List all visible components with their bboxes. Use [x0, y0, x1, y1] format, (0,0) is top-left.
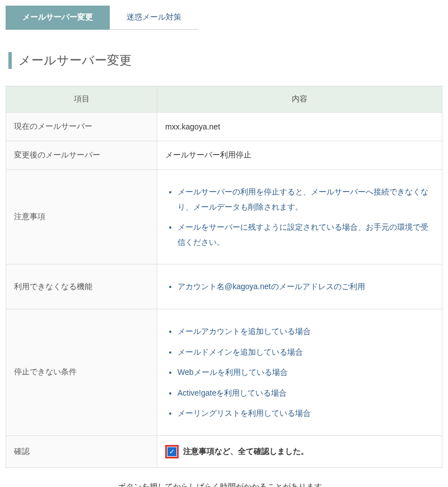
- tab-mail-server-change[interactable]: メールサーバー変更: [6, 6, 110, 30]
- table-row: 利用できなくなる機能 アカウント名@kagoya.netのメールアドレスのご利用: [6, 265, 442, 309]
- page-title: メールサーバー変更: [18, 52, 442, 69]
- row-label-disabled-features: 利用できなくなる機能: [6, 265, 157, 309]
- list-item: メールサーバーの利用を停止すると、メールサーバーへ接続できなくなり、メールデータ…: [178, 184, 434, 214]
- disabled-features-list: アカウント名@kagoya.netのメールアドレスのご利用: [165, 279, 434, 294]
- tabs: メールサーバー変更 迷惑メール対策: [6, 6, 442, 30]
- list-item: メールドメインを追加している場合: [178, 345, 434, 360]
- row-label-after-server: 変更後のメールサーバー: [6, 141, 157, 170]
- confirm-checkbox[interactable]: ✓: [167, 447, 176, 456]
- list-item: メーリングリストを利用している場合: [178, 406, 434, 421]
- cannot-stop-list: メールアカウントを追加している場合メールドメインを追加している場合Webメールを…: [165, 324, 434, 421]
- table-row: 停止できない条件 メールアカウントを追加している場合メールドメインを追加している…: [6, 309, 442, 435]
- row-value-after-server: メールサーバー利用停止: [157, 141, 442, 170]
- list-item: アカウント名@kagoya.netのメールアドレスのご利用: [178, 279, 434, 294]
- list-item: メールアカウントを追加している場合: [178, 324, 434, 339]
- confirm-checkbox-highlight: ✓: [165, 445, 179, 458]
- confirm-text: 注意事項など、全て確認しました。: [183, 447, 309, 457]
- row-label-current-server: 現在のメールサーバー: [6, 113, 157, 141]
- form-table: 項目 内容 現在のメールサーバー mxx.kagoya.net 変更後のメールサ…: [6, 86, 442, 468]
- notice: ボタンを押してからしばらく時間がかかることがあります。 画面が最後まで表示される…: [6, 482, 442, 487]
- row-label-notes: 注意事項: [6, 170, 157, 265]
- table-row: 確認 ✓ 注意事項など、全て確認しました。: [6, 435, 442, 467]
- row-label-cannot-stop: 停止できない条件: [6, 309, 157, 435]
- table-head-item: 項目: [6, 86, 157, 113]
- notice-line-1: ボタンを押してからしばらく時間がかかることがあります。: [6, 482, 442, 487]
- table-head-content: 内容: [157, 86, 442, 113]
- table-row: 注意事項 メールサーバーの利用を停止すると、メールサーバーへ接続できなくなり、メ…: [6, 170, 442, 265]
- notes-list: メールサーバーの利用を停止すると、メールサーバーへ接続できなくなり、メールデータ…: [165, 184, 434, 249]
- list-item: Webメールを利用している場合: [178, 365, 434, 380]
- row-label-confirm: 確認: [6, 435, 157, 467]
- page-title-wrap: メールサーバー変更: [8, 52, 442, 69]
- list-item: Active!gateを利用している場合: [178, 386, 434, 401]
- tab-spam-settings[interactable]: 迷惑メール対策: [110, 6, 198, 30]
- row-value-disabled-features: アカウント名@kagoya.netのメールアドレスのご利用: [157, 265, 442, 309]
- row-value-notes: メールサーバーの利用を停止すると、メールサーバーへ接続できなくなり、メールデータ…: [157, 170, 442, 265]
- table-row: 変更後のメールサーバー メールサーバー利用停止: [6, 141, 442, 170]
- row-value-confirm: ✓ 注意事項など、全て確認しました。: [157, 435, 442, 467]
- check-icon: ✓: [169, 448, 175, 455]
- table-row: 現在のメールサーバー mxx.kagoya.net: [6, 113, 442, 141]
- row-value-cannot-stop: メールアカウントを追加している場合メールドメインを追加している場合Webメールを…: [157, 309, 442, 435]
- list-item: メールをサーバーに残すように設定されている場合、お手元の環境で受信ください。: [178, 220, 434, 249]
- row-value-current-server: mxx.kagoya.net: [157, 113, 442, 141]
